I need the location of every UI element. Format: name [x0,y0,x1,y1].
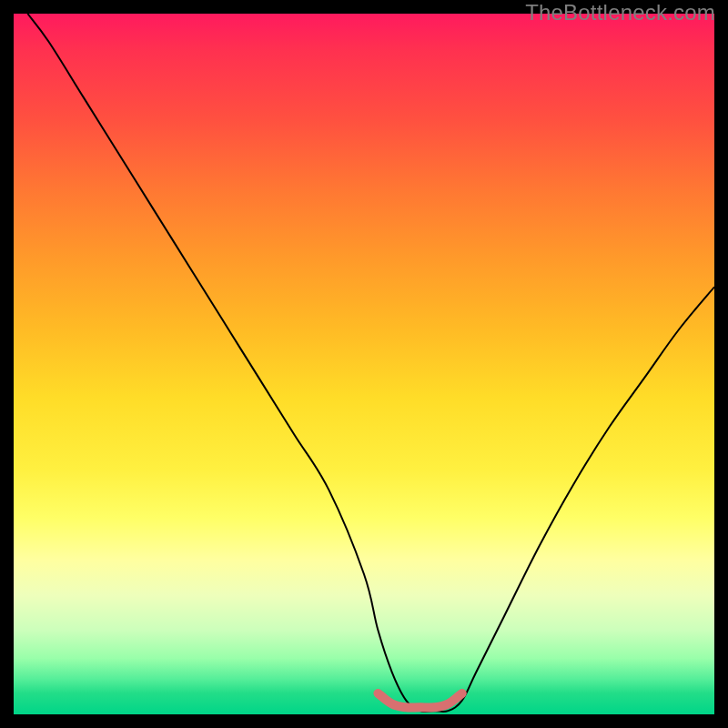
bottleneck-curve [27,14,714,712]
chart-svg [14,14,714,714]
watermark-text: TheBottleneck.com [525,0,715,25]
flat-bottom-highlight [378,693,461,708]
chart-container: TheBottleneck.com [0,0,728,728]
